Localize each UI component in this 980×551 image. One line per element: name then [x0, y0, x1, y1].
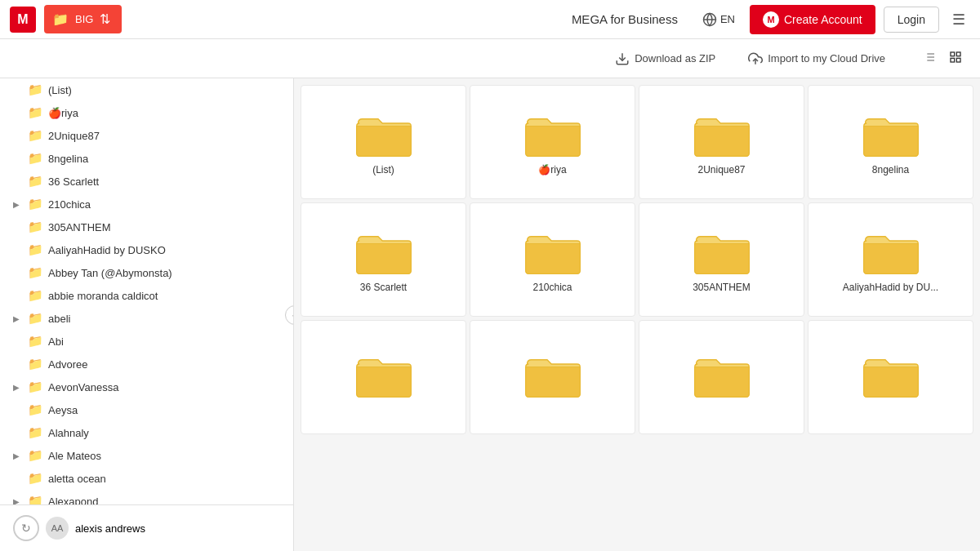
folder-icon-large [862, 353, 920, 398]
sync-icon[interactable]: ↻ [13, 515, 39, 541]
sidebar-item[interactable]: 📁36 Scarlett [0, 170, 293, 193]
folder-icon: 📁 [28, 220, 43, 234]
folder-icon: 📁 [28, 105, 43, 120]
folder-icon-large [693, 229, 751, 275]
sidebar-item[interactable]: 📁Alahnaly [0, 421, 293, 444]
svg-rect-10 [956, 52, 960, 56]
folder-icon-large [862, 112, 920, 158]
folder-card[interactable] [639, 320, 804, 434]
folder-card[interactable]: (List) [301, 85, 466, 199]
download-zip-button[interactable]: Download as ZIP [608, 47, 722, 71]
folder-icon-large [355, 353, 412, 398]
svg-rect-11 [956, 58, 960, 62]
sidebar-item-label: 2Unique87 [48, 130, 283, 142]
folder-icon: 📁 [28, 265, 43, 280]
folder-icon-large [693, 112, 751, 158]
folder-card[interactable]: 210chica [470, 202, 635, 317]
sidebar-item-label: abbie moranda caldicot [48, 290, 283, 302]
folder-card[interactable]: AaliyahHadid by DU... [808, 202, 973, 317]
sidebar-items-container: 📁(List)📁🍎riya📁2Unique87📁8ngelina📁36 Scar… [0, 78, 293, 551]
folder-card[interactable]: 8ngelina [808, 85, 973, 199]
mega-m-icon: M [763, 11, 779, 28]
user-name: alexis andrews [75, 522, 145, 535]
download-icon [615, 51, 630, 66]
sidebar-item[interactable]: ▶📁210chica [0, 193, 293, 216]
sidebar-item-label: Advoree [48, 358, 283, 371]
language-button[interactable]: EN [696, 7, 742, 32]
folder-card[interactable]: 36 Scarlett [301, 202, 466, 317]
sidebar-item-label: aletta ocean [48, 473, 283, 485]
folder-icon: 📁 [28, 471, 43, 486]
folder-icon-large [524, 353, 581, 398]
breadcrumb[interactable]: 📁 BIG ⇅ [44, 5, 122, 33]
list-view-button[interactable] [918, 47, 941, 70]
sort-button[interactable]: ⇅ [96, 8, 114, 30]
folder-card[interactable]: 305ANTHEM [639, 202, 804, 317]
folder-name-label: 305ANTHEM [693, 282, 751, 293]
folder-icon: 📁 [28, 448, 43, 463]
sidebar-item[interactable]: 📁AaliyahHadid by DUSKO [0, 238, 293, 261]
sidebar-item[interactable]: 📁8ngelina [0, 147, 293, 170]
folder-icon-large [862, 229, 920, 275]
folder-name-label: (List) [372, 164, 394, 176]
sidebar-item[interactable]: 📁2Unique87 [0, 124, 293, 147]
sidebar-item-label: AaliyahHadid by DUSKO [48, 244, 283, 256]
svg-rect-12 [951, 58, 955, 62]
folder-icon-large [524, 229, 581, 275]
folder-icon-large [355, 229, 412, 275]
folder-name-label: 8ngelina [872, 164, 909, 176]
sidebar-item[interactable]: 📁aletta ocean [0, 467, 293, 490]
folder-icon-large [355, 112, 412, 158]
mega-business-button[interactable]: MEGA for Business [562, 7, 688, 31]
sidebar-item-label: (List) [48, 84, 283, 96]
folder-name-label: 2Unique87 [697, 164, 745, 176]
view-toggle [918, 47, 967, 70]
hamburger-button[interactable]: ☰ [947, 6, 970, 33]
sidebar-item[interactable]: 📁Abbey Tan (@Abymonsta) [0, 261, 293, 284]
import-cloud-button[interactable]: Import to my Cloud Drive [742, 47, 892, 71]
sidebar-item-label: Ale Mateos [48, 450, 283, 462]
login-button[interactable]: Login [884, 7, 939, 33]
folder-card[interactable] [808, 320, 973, 434]
folder-icon-large [524, 112, 581, 158]
folder-name-label: 210chica [532, 282, 572, 293]
folder-card[interactable] [301, 320, 466, 434]
folder-icon: 📁 [28, 197, 43, 211]
avatar: AA [46, 517, 69, 540]
mega-logo[interactable]: M [10, 7, 36, 33]
sidebar-item[interactable]: 📁abbie moranda caldicot [0, 284, 293, 307]
globe-icon [702, 12, 717, 27]
breadcrumb-label: BIG [75, 13, 93, 25]
sidebar-item[interactable]: 📁Aeysa [0, 398, 293, 421]
chevron-icon: ▶ [13, 314, 23, 323]
lang-label: EN [720, 13, 735, 25]
svg-rect-9 [951, 52, 955, 56]
folder-card[interactable] [470, 320, 635, 434]
folder-icon: 📁 [28, 174, 43, 189]
sidebar-item[interactable]: ▶📁AevonVanessa [0, 375, 293, 398]
sidebar-item[interactable]: ▶📁Ale Mateos [0, 444, 293, 467]
folder-icon: 📁 [28, 380, 43, 394]
top-navigation: M 📁 BIG ⇅ MEGA for Business EN M Create … [0, 0, 980, 39]
sidebar-item[interactable]: 📁305ANTHEM [0, 216, 293, 238]
sidebar-item[interactable]: 📁🍎riya [0, 101, 293, 124]
grid-view-button[interactable] [944, 47, 967, 70]
sidebar-item[interactable]: ▶📁abeli [0, 307, 293, 330]
folder-card[interactable]: 🍎riya [470, 85, 635, 199]
folder-icon: 📁 [28, 311, 43, 326]
folder-card[interactable]: 2Unique87 [639, 85, 804, 199]
sidebar-item-label: 🍎riya [48, 107, 283, 119]
folder-icon: 📁 [28, 128, 43, 143]
sidebar-item[interactable]: 📁Abi [0, 330, 293, 353]
folder-name-label: AaliyahHadid by DU... [843, 282, 938, 293]
folder-icon: 📁 [28, 334, 43, 349]
chevron-icon: ▶ [13, 200, 23, 209]
folder-icon: 📁 [28, 357, 43, 371]
sidebar-item[interactable]: 📁(List) [0, 78, 293, 101]
sidebar-item[interactable]: 📁Advoree [0, 353, 293, 375]
folder-icon: 📁 [28, 402, 43, 417]
create-account-button[interactable]: M Create Account [750, 5, 875, 34]
main-layout: 📁(List)📁🍎riya📁2Unique87📁8ngelina📁36 Scar… [0, 78, 980, 551]
sidebar-item-label: 36 Scarlett [48, 176, 283, 188]
folder-icon-large [693, 353, 751, 398]
